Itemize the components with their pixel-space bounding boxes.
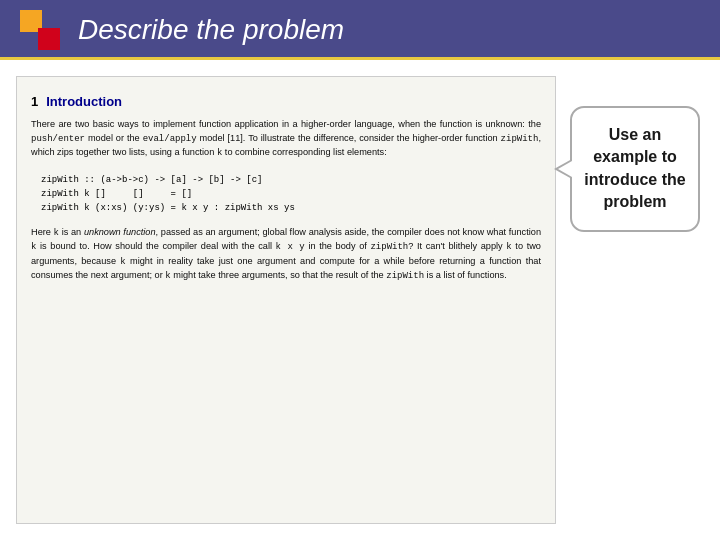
callout-bubble: Use an example to introduce the problem [570,106,700,232]
slide-title: Describe the problem [78,14,344,46]
code-line-3: zipWith k (x:xs) (y:ys) = k x y : zipWit… [41,201,531,215]
code-line-1: zipWith :: (a->b->c) -> [a] -> [b] -> [c… [41,173,531,187]
inline-code-zipwith-ref: zipWith [501,134,539,144]
inline-code-zipwith3: zipWith [386,271,424,281]
inline-code-k6: k [165,271,170,281]
inline-code-k4: k [506,242,511,252]
section-title: Introduction [46,93,122,112]
callout-text: Use an example to introduce the problem [582,124,688,214]
inline-code-push-enter: push/enter [31,134,85,144]
header: Describe the problem [0,0,720,60]
section-header: 1 Introduction [31,93,541,112]
inline-code-k2: k [54,228,59,238]
section-number: 1 [31,93,38,112]
document-panel: 1 Introduction There are two basic ways … [16,76,556,524]
logo [20,10,60,50]
inline-code-call: k x y [276,242,305,252]
code-block: zipWith :: (a->b->c) -> [a] -> [b] -> [c… [31,169,541,220]
content-area: 1 Introduction There are two basic ways … [0,60,720,540]
inline-code-zipwith2: zipWith [370,242,408,252]
paragraph-2: Here k is an unknown function, passed as… [31,226,541,284]
inline-code-eval-apply: eval/apply [143,134,197,144]
code-line-2: zipWith k [] [] = [] [41,187,531,201]
logo-red-square [38,28,60,50]
inline-code-k3: k [31,242,36,252]
inline-code-k5: k [120,257,125,267]
header-underline [0,57,720,60]
paragraph-1: There are two basic ways to implement fu… [31,118,541,161]
inline-code-k: k [217,148,222,158]
